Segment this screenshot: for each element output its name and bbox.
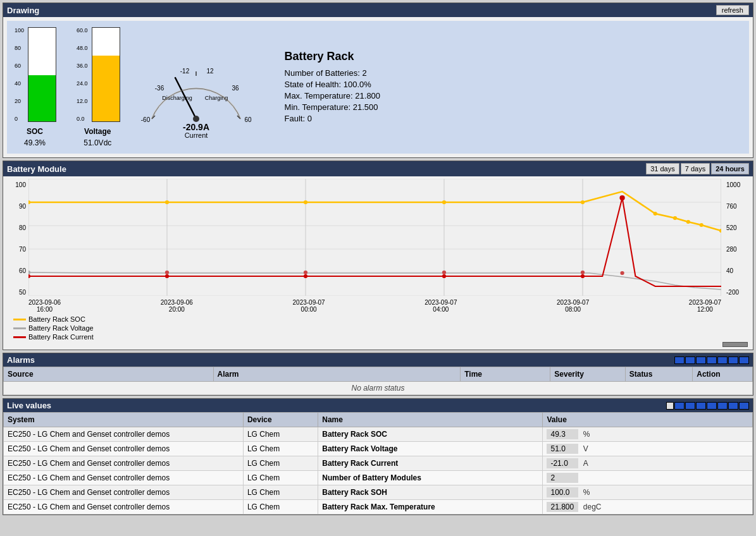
no-alarm-text: No alarm status xyxy=(4,382,753,395)
btn-31days[interactable]: 31 days xyxy=(646,163,679,174)
lv-name: Battery Rack SOH xyxy=(318,485,543,500)
svg-point-30 xyxy=(442,200,446,204)
btn-7days[interactable]: 7 days xyxy=(681,163,710,174)
legend-current-label: Battery Rack Current xyxy=(28,333,94,341)
svg-text:36: 36 xyxy=(232,85,239,92)
lv-device: LG Chem xyxy=(243,456,318,471)
voltage-fill xyxy=(92,56,120,121)
refresh-button[interactable]: refresh xyxy=(716,5,749,15)
lv-name: Battery Rack SOC xyxy=(318,427,543,442)
alarms-header: Alarms xyxy=(3,353,753,367)
lv-system: EC250 - LG Chem and Genset controller de… xyxy=(4,442,244,456)
svg-text:-36: -36 xyxy=(154,85,164,92)
svg-point-45 xyxy=(304,274,307,278)
alarm-dot-1[interactable] xyxy=(674,356,685,364)
chart-scrollbar[interactable] xyxy=(8,342,748,347)
legend-soc-color xyxy=(13,319,26,320)
col-alarm: Alarm xyxy=(213,367,461,382)
live-dot-6[interactable] xyxy=(728,402,738,410)
legend-soc: Battery Rack SOC xyxy=(13,315,748,323)
lv-value: 51.0 V xyxy=(543,442,753,456)
live-dot-3[interactable] xyxy=(696,402,706,410)
lv-system: EC250 - LG Chem and Genset controller de… xyxy=(4,485,244,500)
chart-controls: 31 days 7 days 24 hours xyxy=(646,163,749,174)
live-value-row: EC250 - LG Chem and Genset controller de… xyxy=(4,456,753,471)
alarm-dot-2[interactable] xyxy=(685,356,695,364)
lv-value: 21.800 degC xyxy=(543,500,753,515)
soc-fill xyxy=(28,75,56,121)
battery-info: Battery Rack Number of Batteries: 2 Stat… xyxy=(285,50,381,125)
btn-24hours[interactable]: 24 hours xyxy=(711,163,749,174)
y-axis-left: 100 90 80 70 60 50 xyxy=(8,179,26,296)
live-dot-2[interactable] xyxy=(685,402,695,410)
svg-point-39 xyxy=(304,271,307,274)
svg-text:-60: -60 xyxy=(140,116,150,123)
legend-voltage: Battery Rack Voltage xyxy=(13,324,748,332)
legend-current: Battery Rack Current xyxy=(13,333,748,341)
legend-voltage-label: Battery Rack Voltage xyxy=(28,324,94,332)
svg-point-44 xyxy=(165,274,169,278)
lv-value: 2 xyxy=(543,471,753,485)
svg-point-28 xyxy=(165,200,169,204)
svg-point-29 xyxy=(304,200,307,204)
live-values-table: System Device Name Value EC250 - LG Chem… xyxy=(3,412,753,515)
soc-gauge: 100 80 60 40 20 0 SOC 49.3% xyxy=(13,27,56,147)
current-gauge: -60 -36 -12 12 36 60 Discharging Chargin… xyxy=(139,37,253,138)
col-source: Source xyxy=(4,367,214,382)
lv-device: LG Chem xyxy=(243,442,318,456)
live-dot-1[interactable] xyxy=(674,402,685,410)
svg-point-31 xyxy=(581,200,585,204)
lv-col-name: Name xyxy=(318,413,543,427)
voltage-gauge: 60.0 48.0 36.0 24.0 12.0 0.0 Voltage 51.… xyxy=(75,27,120,147)
scroll-thumb[interactable] xyxy=(722,342,748,347)
lv-device: LG Chem xyxy=(243,427,318,442)
lv-device: LG Chem xyxy=(243,471,318,485)
alarm-dot-5[interactable] xyxy=(717,356,728,364)
col-action: Action xyxy=(693,367,753,382)
drawing-header: Drawing refresh xyxy=(3,3,753,17)
soc-value: 49.3% xyxy=(24,138,46,147)
lv-system: EC250 - LG Chem and Genset controller de… xyxy=(4,427,244,442)
svg-point-33 xyxy=(673,216,677,220)
svg-point-40 xyxy=(442,271,446,274)
soc-scale: 100 80 60 40 20 0 xyxy=(13,27,25,122)
svg-text:-12: -12 xyxy=(180,68,189,75)
lv-name: Battery Rack Voltage xyxy=(318,442,543,456)
drawing-title: Drawing xyxy=(7,6,39,15)
lv-value: -21.0 A xyxy=(543,456,753,471)
svg-text:12: 12 xyxy=(206,68,214,75)
svg-point-37 xyxy=(28,271,30,274)
svg-text:Discharging: Discharging xyxy=(162,95,192,101)
no-alarm-row: No alarm status xyxy=(4,382,753,395)
live-dot-7[interactable] xyxy=(739,402,749,410)
alarm-dot-7[interactable] xyxy=(739,356,749,364)
alarms-table: Source Alarm Time Severity Status Action… xyxy=(3,367,753,395)
lv-value: 100.0 % xyxy=(543,485,753,500)
live-square-btn[interactable] xyxy=(666,402,674,410)
current-gauge-svg: -60 -36 -12 12 36 60 Discharging Chargin… xyxy=(139,37,253,138)
live-value-row: EC250 - LG Chem and Genset controller de… xyxy=(4,471,753,485)
chart-svg xyxy=(28,179,721,296)
lv-value: 49.3 % xyxy=(543,427,753,442)
svg-point-36 xyxy=(719,229,721,233)
alarm-dot-3[interactable] xyxy=(696,356,706,364)
drawing-section: Drawing refresh 100 80 60 40 20 0 SOC 49… xyxy=(3,3,753,158)
lv-device: LG Chem xyxy=(243,485,318,500)
svg-point-27 xyxy=(28,200,30,204)
live-dot-4[interactable] xyxy=(707,402,717,410)
lv-col-system: System xyxy=(4,413,244,427)
state-of-health: State of Health: 100.0% xyxy=(285,80,381,89)
svg-text:-20.9A: -20.9A xyxy=(183,122,209,132)
chart-inner: 100 90 80 70 60 50 xyxy=(8,179,748,313)
lv-col-value: Value xyxy=(543,413,753,427)
col-status: Status xyxy=(625,367,693,382)
legend-voltage-color xyxy=(13,327,26,329)
svg-text:60: 60 xyxy=(244,116,252,123)
svg-text:Current: Current xyxy=(184,131,208,138)
chart-svg-container: 2023-09-0616:00 2023-09-0620:00 2023-09-… xyxy=(28,179,721,313)
alarm-dot-6[interactable] xyxy=(728,356,738,364)
live-dot-5[interactable] xyxy=(717,402,728,410)
alarm-dot-4[interactable] xyxy=(707,356,717,364)
svg-point-35 xyxy=(700,223,703,227)
voltage-label: Voltage xyxy=(84,127,111,136)
